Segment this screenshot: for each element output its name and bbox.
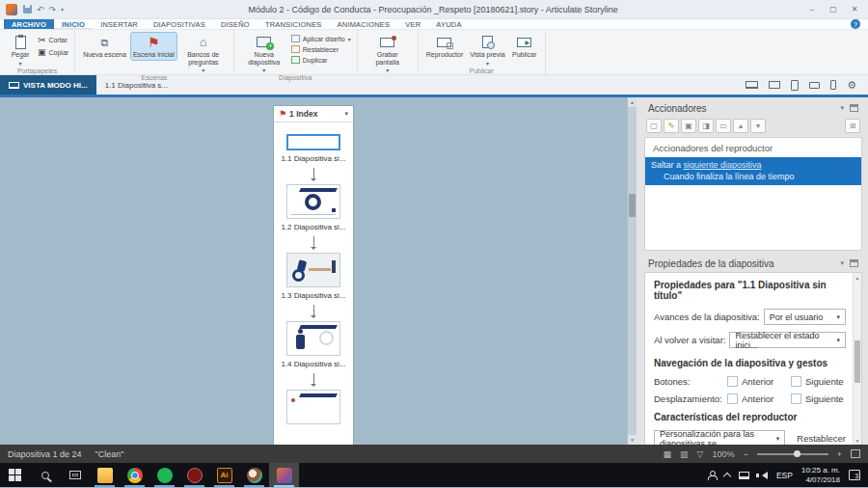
triggers-collapse-icon[interactable]: ▾ [840, 104, 844, 112]
phone-view-icon[interactable] [830, 80, 836, 90]
ribbon-tab-ayuda[interactable]: AYUDA [428, 19, 469, 29]
checkbox-anterior[interactable] [727, 376, 738, 387]
scene-header[interactable]: ⚑ 1 Index ▾ [274, 106, 353, 122]
slide-thumbnail-5[interactable] [286, 390, 340, 424]
maximize-button[interactable]: ▢ [824, 2, 843, 17]
restablecer-button[interactable]: Restablecer [291, 45, 351, 54]
scroll-up-icon[interactable]: ▲ [854, 273, 861, 282]
tray-chevron-icon[interactable] [723, 472, 731, 479]
advance-select[interactable]: Por el usuario ▾ [764, 309, 846, 325]
scrollbar-thumb[interactable] [854, 340, 860, 383]
gear-icon[interactable] [847, 79, 856, 92]
scrollbar-thumb[interactable] [629, 194, 636, 217]
triggers-pin-icon[interactable] [850, 104, 858, 112]
aplicar-dise-o-button[interactable]: Aplicar diseño▾ [291, 35, 351, 43]
grabar-pantalla-button[interactable]: Grabar pantalla▾ [364, 33, 412, 74]
zoom-in-button[interactable]: + [837, 449, 842, 459]
scroll-down-icon[interactable]: ▼ [854, 436, 861, 445]
undo-icon[interactable]: ↶ [37, 5, 44, 14]
notification-center-icon[interactable]: 3 [849, 470, 860, 480]
redo-icon[interactable]: ↷ [49, 5, 57, 14]
zoom-out-button[interactable]: − [743, 449, 747, 459]
zoom-slider[interactable] [757, 453, 828, 455]
fit-to-window-icon[interactable] [851, 449, 860, 458]
canvas-scrollbar[interactable]: ▲ ▼ [627, 97, 637, 445]
slide-thumbnail-1[interactable] [286, 134, 340, 150]
pegar-button[interactable]: Pegar▾ [6, 33, 35, 68]
ribbon-tab-dise-o[interactable]: DISEÑO [213, 19, 258, 29]
edit-trigger-button[interactable]: ✎ [664, 119, 679, 133]
tablet-landscape-view-icon[interactable] [809, 82, 820, 89]
start-button[interactable] [0, 463, 30, 487]
language-indicator[interactable]: ESP [776, 471, 793, 480]
new-trigger-button[interactable]: ▢ [646, 119, 662, 133]
doc-tab-1-1-diapositiva-s[interactable]: 1.1 Diapositiva s... [96, 75, 176, 95]
slide-thumbnail-4[interactable] [286, 321, 340, 356]
monitor-view-icon[interactable] [769, 81, 780, 89]
nueva-escena-button[interactable]: Nueva escena [81, 33, 128, 60]
ribbon-tab-animaciones[interactable]: ANIMACIONES [330, 19, 398, 29]
people-tray-icon[interactable] [707, 471, 716, 480]
cortar-button[interactable]: Cortar [38, 35, 68, 45]
properties-scrollbar[interactable]: ▲ ▼ [853, 273, 861, 445]
trigger-wizard-button[interactable]: ⊞ [845, 119, 860, 133]
scroll-up-icon[interactable]: ▲ [628, 97, 637, 107]
paste-trigger-button[interactable]: ◨ [698, 119, 714, 133]
network-icon[interactable] [739, 472, 749, 479]
move-up-button[interactable]: ▴ [733, 119, 748, 133]
scroll-down-icon[interactable]: ▼ [628, 435, 637, 445]
ribbon-tab-transiciones[interactable]: TRANSICIONES [258, 19, 330, 29]
duplicar-button[interactable]: Duplicar [291, 56, 351, 65]
ribbon-tab-diapositivas[interactable]: DIAPOSITIVAS [146, 19, 213, 29]
scene-caret-icon[interactable]: ▾ [344, 110, 348, 118]
properties-collapse-icon[interactable]: ▾ [840, 259, 844, 267]
speaker-icon[interactable] [758, 472, 768, 479]
player-features-select[interactable]: Personalización para las diapositivas se… [654, 430, 785, 445]
zoom-slider-thumb[interactable] [794, 450, 800, 457]
minimize-button[interactable]: – [802, 2, 822, 17]
nueva-diapositiva-button[interactable]: Nueva diapositiva▾ [240, 33, 288, 74]
paint-app-taskbar-button[interactable] [239, 463, 269, 487]
publicar-button[interactable]: Publicar [510, 33, 539, 60]
clock[interactable]: 10:25 a. m. 4/07/2018 [801, 466, 840, 484]
trigger-target-link[interactable]: siguiente diapositiva [684, 160, 762, 170]
red-app-taskbar-button[interactable] [179, 463, 209, 487]
move-down-button[interactable]: ▾ [750, 119, 766, 133]
reset-player-button[interactable]: Restablecer [797, 433, 846, 444]
copy-trigger-button[interactable]: ▣ [681, 119, 696, 133]
laptop-view-icon[interactable] [746, 81, 758, 89]
illustrator-taskbar-button[interactable]: Ai [209, 463, 239, 487]
slide-view-icon[interactable]: ▥ [680, 449, 689, 459]
search-button[interactable] [30, 463, 60, 487]
chrome-taskbar-button[interactable] [120, 463, 149, 487]
task-view-button[interactable] [60, 463, 90, 487]
save-icon[interactable] [23, 5, 32, 14]
filter-icon[interactable]: ▽ [697, 449, 704, 459]
ribbon-tab-inicio[interactable]: INICIO [54, 19, 93, 29]
ribbon-tab-insertar[interactable]: INSERTAR [93, 19, 146, 29]
checkbox-siguiente[interactable] [791, 376, 801, 387]
copiar-button[interactable]: Copiar [38, 47, 68, 57]
trigger-item-selected[interactable]: Saltar a siguiente diapositiva Cuando fi… [645, 157, 861, 185]
bancos-de-preguntas-button[interactable]: Bancos de preguntas▾ [179, 33, 228, 74]
checkbox-siguiente[interactable] [791, 393, 801, 404]
ribbon-tab-archivo[interactable]: ARCHIVO [4, 19, 54, 29]
slide-thumbnail-2[interactable] [286, 184, 340, 219]
revisit-select[interactable]: Restablecer el estado inici... ▾ [729, 332, 846, 348]
spotify-taskbar-button[interactable] [149, 463, 179, 487]
slide-thumbnail-3[interactable] [286, 253, 340, 287]
reproductor-button[interactable]: Reproductor [424, 33, 466, 60]
properties-pin-icon[interactable] [850, 259, 858, 267]
story-view-icon[interactable]: ▦ [663, 449, 671, 459]
file-explorer-taskbar-button[interactable] [90, 463, 120, 487]
vista-previa-button[interactable]: Vista previa▾ [468, 33, 506, 68]
escena-inicial-button[interactable]: Escena inicial [131, 33, 176, 60]
ribbon-tab-ver[interactable]: VER [397, 19, 428, 29]
help-icon[interactable] [851, 19, 860, 29]
close-button[interactable]: ✕ [845, 2, 864, 17]
doc-tab-story-view[interactable]: VISTA MODO HI... [0, 75, 96, 95]
tablet-portrait-view-icon[interactable] [791, 80, 799, 91]
delete-trigger-button[interactable]: ▭ [716, 119, 731, 133]
storyline-taskbar-button[interactable] [269, 463, 299, 487]
checkbox-anterior[interactable] [727, 393, 738, 404]
